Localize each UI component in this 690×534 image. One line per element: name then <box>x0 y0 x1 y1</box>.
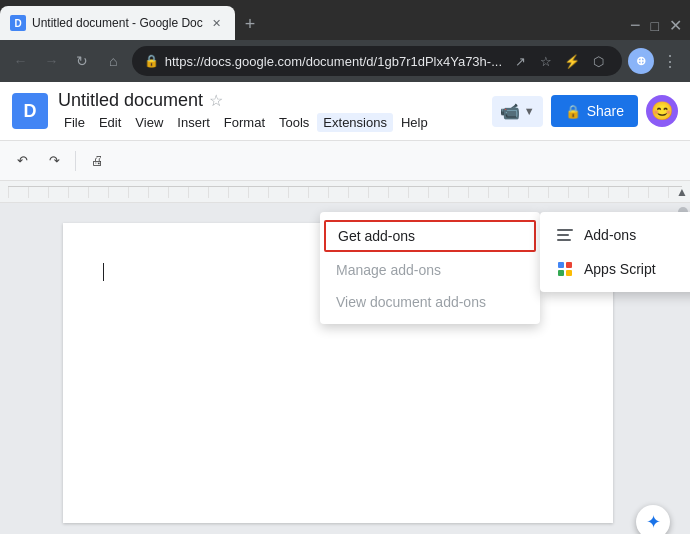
svg-rect-5 <box>558 270 564 276</box>
apps-script-item[interactable]: Apps Script <box>540 252 690 286</box>
profile-area: ⊕ ⋮ <box>628 48 682 75</box>
address-bar: ← → ↻ ⌂ 🔒 https://docs.google.com/docume… <box>0 40 690 82</box>
tab-favicon-icon: D <box>14 18 21 29</box>
lock-icon: 🔒 <box>144 54 159 68</box>
tab-bar: D Untitled document - Google Doc ✕ + − □… <box>0 0 690 40</box>
maximize-button[interactable]: □ <box>651 18 659 34</box>
minimize-button[interactable]: − <box>630 15 641 36</box>
addons-submenu-label: Add-ons <box>584 227 636 243</box>
extensions-dropdown-menu: Get add-ons Manage add-ons View document… <box>320 212 540 324</box>
home-button[interactable]: ⌂ <box>101 47 126 75</box>
tab-close-button[interactable]: ✕ <box>209 15 225 31</box>
profile-button[interactable]: ⊕ <box>628 48 654 74</box>
window-controls: − □ ✕ <box>622 15 690 36</box>
extensions-icon[interactable]: ⚡ <box>560 49 584 73</box>
address-input[interactable]: 🔒 https://docs.google.com/document/d/1gb… <box>132 46 622 76</box>
get-addons-item[interactable]: Get add-ons <box>324 220 536 252</box>
forward-icon: → <box>44 53 58 69</box>
cast-icon[interactable]: ⬡ <box>586 49 610 73</box>
tab-favicon: D <box>10 15 26 31</box>
get-addons-label: Get add-ons <box>338 228 415 244</box>
svg-rect-6 <box>566 270 572 276</box>
manage-addons-label: Manage add-ons <box>336 262 441 278</box>
tab-title: Untitled document - Google Doc <box>32 16 203 30</box>
reload-button[interactable]: ↻ <box>70 47 95 75</box>
addons-icon <box>556 226 574 244</box>
apps-script-icon <box>556 260 574 278</box>
svg-rect-2 <box>557 239 571 241</box>
app-content: D Untitled document ☆ File Edit View Ins… <box>0 82 690 534</box>
back-icon: ← <box>13 53 27 69</box>
bookmark-icon[interactable]: ☆ <box>534 49 558 73</box>
addons-submenu-item[interactable]: Add-ons ▶ <box>540 218 690 252</box>
close-window-button[interactable]: ✕ <box>669 16 682 35</box>
svg-rect-0 <box>557 229 573 231</box>
view-addons-item[interactable]: View document add-ons <box>320 286 540 318</box>
address-actions: ↗ ☆ ⚡ ⬡ <box>508 49 610 73</box>
chrome-menu-button[interactable]: ⋮ <box>658 48 682 75</box>
svg-rect-4 <box>566 262 572 268</box>
active-tab[interactable]: D Untitled document - Google Doc ✕ <box>0 6 235 40</box>
browser-frame: D Untitled document - Google Doc ✕ + − □… <box>0 0 690 534</box>
reload-icon: ↻ <box>76 53 88 69</box>
new-tab-button[interactable]: + <box>235 14 266 35</box>
home-icon: ⌂ <box>109 53 117 69</box>
view-addons-label: View document add-ons <box>336 294 486 310</box>
svg-rect-3 <box>558 262 564 268</box>
forward-button[interactable]: → <box>39 47 64 75</box>
svg-rect-1 <box>557 234 569 236</box>
share-page-icon[interactable]: ↗ <box>508 49 532 73</box>
url-text: https://docs.google.com/document/d/1gb7r… <box>165 54 502 69</box>
manage-addons-item[interactable]: Manage add-ons <box>320 254 540 286</box>
addons-submenu: Add-ons ▶ Apps Script <box>540 212 690 292</box>
back-button[interactable]: ← <box>8 47 33 75</box>
apps-script-label: Apps Script <box>584 261 656 277</box>
